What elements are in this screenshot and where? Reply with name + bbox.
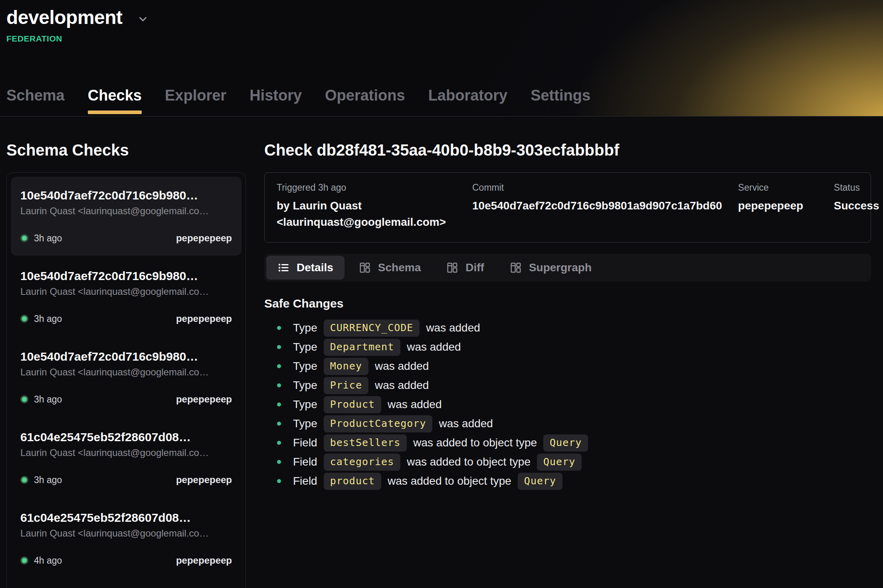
check-meta-row: 3h agopepepepeep — [20, 233, 232, 244]
check-list-item[interactable]: 61c04e25475eb52f28607d08…Laurin Quast <l… — [11, 418, 242, 497]
change-code-chip: CURRENCY_CODE — [324, 320, 420, 337]
nav-tab-laboratory[interactable]: Laboratory — [428, 87, 507, 116]
check-time: 4h ago — [20, 555, 62, 566]
check-author: Laurin Quast <laurinquast@googlemail.co… — [20, 205, 232, 217]
bullet-icon — [277, 460, 281, 464]
service-label: Service — [738, 182, 818, 193]
check-summary-box: Triggered 3h ago by Laurin Quast <laurin… — [264, 172, 871, 243]
change-text: was added — [388, 398, 442, 411]
change-code-chip: Money — [324, 358, 368, 375]
status-dot-icon — [20, 395, 28, 403]
check-service-name: pepepepeep — [176, 474, 232, 485]
nav-tab-checks[interactable]: Checks — [88, 87, 142, 116]
change-code-chip: product — [324, 473, 381, 490]
status-dot-icon — [20, 476, 28, 484]
view-tab-supergraph[interactable]: Supergraph — [499, 256, 603, 280]
bullet-icon — [277, 441, 281, 445]
status-dot-icon — [20, 315, 28, 323]
check-time: 3h ago — [20, 233, 62, 244]
check-meta-row: 3h agopepepepeep — [20, 394, 232, 405]
check-commit-title: 61c04e25475eb52f28607d08… — [20, 511, 232, 525]
check-service-name: pepepepeep — [176, 394, 232, 405]
check-service-name: pepepepeep — [176, 313, 232, 324]
view-tab-diff[interactable]: Diff — [435, 256, 495, 280]
change-row: TypeMoneywas added — [264, 357, 871, 376]
bullet-icon — [277, 422, 281, 426]
status-label: Status — [834, 182, 883, 193]
check-commit-title: 10e540d7aef72c0d716c9b980… — [20, 350, 232, 363]
primary-nav: SchemaChecksExplorerHistoryOperationsLab… — [6, 87, 590, 116]
check-meta-row: 3h agopepepepeep — [20, 474, 232, 485]
change-kind: Type — [293, 398, 317, 411]
check-list-item[interactable]: 10e540d7aef72c0d716c9b980…Laurin Quast <… — [11, 257, 242, 336]
check-list-item[interactable]: 10e540d7aef72c0d716c9b980…Laurin Quast <… — [11, 338, 242, 417]
change-code-chip: Product — [324, 396, 381, 413]
check-meta-row: 4h agopepepepeep — [20, 555, 232, 566]
change-code-chip: Department — [324, 339, 401, 356]
change-text: was added — [426, 322, 480, 334]
check-time: 3h ago — [20, 394, 62, 405]
change-text: was added — [407, 341, 461, 353]
panels-icon — [359, 262, 371, 274]
change-code-chip: Price — [324, 377, 368, 394]
nav-tab-operations[interactable]: Operations — [325, 87, 405, 116]
check-list-item[interactable]: 61c04e25475eb52f28607d08…Laurin Quast <l… — [11, 499, 242, 578]
project-title: development — [6, 6, 123, 28]
panels-icon — [510, 262, 522, 274]
view-tab-label: Supergraph — [529, 261, 592, 274]
nav-tab-schema[interactable]: Schema — [6, 87, 65, 116]
change-target-chip: Query — [537, 454, 582, 471]
bullet-icon — [277, 326, 281, 330]
nav-tab-settings[interactable]: Settings — [531, 87, 590, 116]
check-time-label: 4h ago — [34, 555, 62, 566]
change-row: TypePricewas added — [264, 376, 871, 395]
check-view-tabs: DetailsSchemaDiffSupergraph — [264, 254, 871, 282]
change-row: TypeCURRENCY_CODEwas added — [264, 318, 871, 337]
chevron-down-icon[interactable] — [137, 13, 149, 25]
summary-service: Service pepepepeep — [738, 182, 818, 230]
bullet-icon — [277, 479, 281, 483]
view-tab-schema[interactable]: Schema — [348, 256, 432, 280]
triggered-by: by Laurin Quast — [277, 198, 456, 214]
check-author: Laurin Quast <laurinquast@googlemail.co… — [20, 286, 232, 297]
change-kind: Type — [293, 417, 317, 430]
change-row: FieldbestSellerswas added to object type… — [264, 433, 871, 452]
change-kind: Field — [293, 475, 317, 487]
change-text: was added — [375, 379, 429, 392]
nav-tab-history[interactable]: History — [249, 87, 302, 116]
check-time-label: 3h ago — [34, 233, 62, 244]
safe-changes-list: TypeCURRENCY_CODEwas addedTypeDepartment… — [264, 318, 871, 491]
check-time-label: 3h ago — [34, 475, 62, 485]
check-author: Laurin Quast <laurinquast@googlemail.co… — [20, 447, 232, 458]
change-kind: Type — [293, 322, 317, 334]
change-kind: Field — [293, 456, 317, 468]
sidebar-title: Schema Checks — [6, 140, 246, 160]
view-tab-details[interactable]: Details — [266, 256, 344, 280]
check-title: Check db28f481-35aa-40b0-b8b9-303ecfabbb… — [264, 140, 871, 160]
change-kind: Type — [293, 341, 317, 353]
change-code-chip: ProductCategory — [324, 415, 433, 432]
check-time: 3h ago — [20, 314, 62, 324]
project-type-badge: FEDERATION — [6, 34, 883, 43]
service-name: pepepepeep — [738, 198, 818, 214]
change-target-chip: Query — [543, 434, 588, 452]
check-commit-title: 10e540d7aef72c0d716c9b980… — [20, 189, 232, 202]
panels-icon — [446, 262, 458, 274]
change-row: TypeDepartmentwas added — [264, 337, 871, 357]
nav-tab-explorer[interactable]: Explorer — [165, 87, 226, 116]
check-service-name: pepepepeep — [176, 233, 232, 244]
list-icon — [277, 262, 289, 274]
change-kind: Field — [293, 436, 317, 449]
check-author: Laurin Quast <laurinquast@googlemail.co… — [20, 528, 232, 539]
check-meta-row: 3h agopepepepeep — [20, 313, 232, 324]
check-service-name: pepepepeep — [176, 555, 232, 566]
commit-hash: 10e540d7aef72c0d716c9b9801a9d907c1a7bd60 — [472, 198, 722, 214]
change-kind: Type — [293, 379, 317, 392]
change-text: was added to object type — [388, 475, 511, 487]
check-author: Laurin Quast <laurinquast@googlemail.co… — [20, 367, 232, 378]
change-row: TypeProductCategorywas added — [264, 414, 871, 433]
check-list-item[interactable]: 10e540d7aef72c0d716c9b980…Laurin Quast <… — [11, 177, 242, 256]
schema-checks-sidebar: Schema Checks 10e540d7aef72c0d716c9b980…… — [6, 116, 246, 588]
triggered-label: Triggered 3h ago — [277, 182, 456, 193]
change-code-chip: bestSellers — [324, 434, 407, 452]
